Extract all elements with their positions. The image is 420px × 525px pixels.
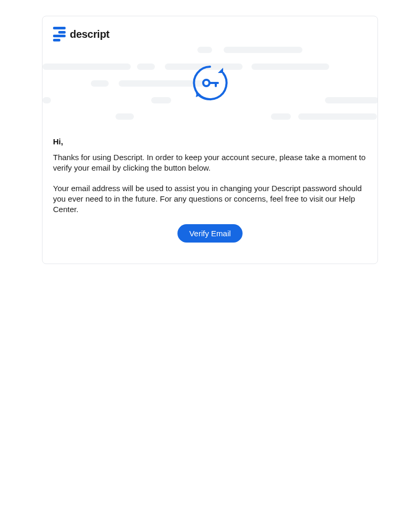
verify-email-button[interactable]: Verify Email (177, 224, 242, 243)
greeting-text: Hi, (53, 137, 367, 146)
body-paragraph-2: Your email address will be used to assis… (53, 183, 367, 215)
email-card: descript (42, 16, 378, 264)
brand-logo-text: descript (70, 28, 109, 40)
email-header: descript (43, 16, 377, 121)
cta-row: Verify Email (53, 224, 367, 243)
key-refresh-icon (191, 64, 229, 104)
body-paragraph-1: Thanks for using Descript. In order to k… (53, 152, 367, 174)
descript-logo-icon (53, 27, 66, 41)
email-body: Hi, Thanks for using Descript. In order … (43, 121, 377, 264)
brand-logo: descript (53, 27, 367, 41)
